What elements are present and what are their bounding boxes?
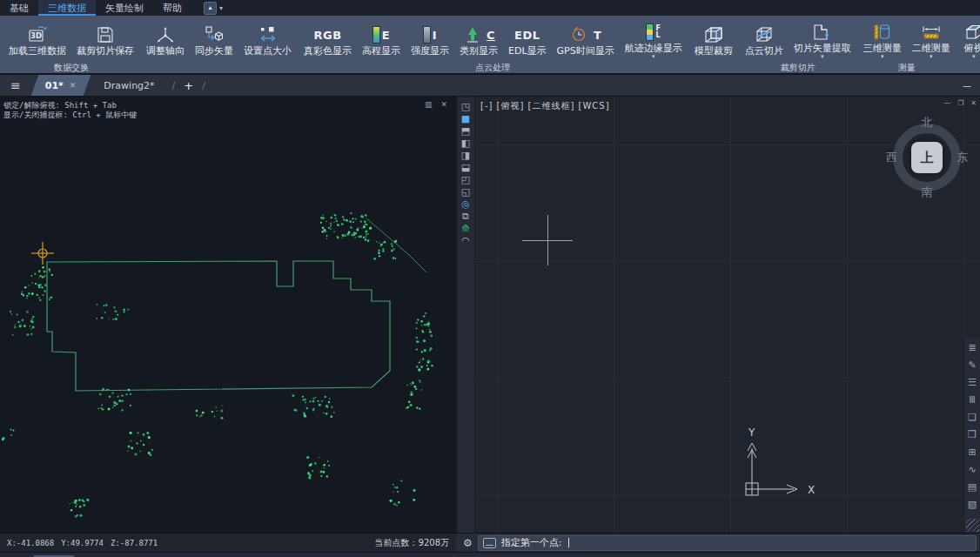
polyline-icon[interactable]: ∿ — [968, 465, 976, 474]
view-right-icon[interactable]: ◨ — [461, 151, 470, 160]
view-iso-cube-icon[interactable]: ◳ — [461, 102, 470, 111]
layers-bulb-icon[interactable]: ≣ — [968, 343, 976, 352]
save-slice-button[interactable]: 裁剪切片保存 — [71, 23, 139, 57]
bracket-box-icon[interactable]: ⊞ — [968, 447, 976, 457]
close-icon[interactable]: ✕ — [970, 99, 977, 107]
blocks-icon[interactable]: ❏ — [968, 413, 977, 422]
chevron-down-icon[interactable]: ▾ — [652, 54, 655, 59]
point-cloud-dot — [415, 388, 417, 390]
edl-display-button[interactable]: EDLEDL显示 — [503, 23, 552, 57]
resize-grip[interactable] — [966, 519, 979, 532]
point-cloud-dot — [83, 500, 84, 502]
chevron-down-icon[interactable]: ▾ — [821, 54, 824, 59]
compass-north[interactable]: 北 — [922, 115, 933, 131]
view-left-icon[interactable]: ◧ — [461, 138, 470, 148]
collapse-ribbon-icon[interactable]: — — [963, 81, 971, 91]
ribbon-group-buttons: 点云切片切片矢量提取▾ — [740, 17, 856, 62]
gps-time-button[interactable]: TGPS时间显示 — [552, 23, 620, 57]
menu-item[interactable]: 三维数据 — [38, 0, 96, 16]
point-cloud-dot — [416, 366, 418, 367]
point-cloud-dot — [333, 412, 335, 413]
line-list-icon[interactable]: ☰ — [968, 378, 977, 387]
intensity-display-button[interactable]: I强度显示 — [406, 23, 454, 57]
drawing-viewport[interactable]: [-] [俯视] [二维线框] [WCS] —❐✕ 北 南 西 东 上 — [475, 97, 980, 533]
compass-east[interactable]: 东 — [957, 150, 968, 165]
adjust-axis-button[interactable]: 调整轴向 — [141, 23, 190, 57]
new-tab-button[interactable]: + — [184, 79, 193, 92]
point-cloud-dot — [395, 239, 397, 241]
point-cloud-dot — [327, 460, 329, 462]
elevation-display-button[interactable]: E高程显示 — [357, 23, 406, 57]
command-input[interactable]: 指定第一个点: — [478, 535, 977, 551]
point-cloud-dot — [51, 274, 53, 276]
point-size-button[interactable]: 设置点大小 — [238, 23, 297, 57]
chevron-down-icon[interactable]: ▾ — [930, 54, 933, 59]
point-cloud-dot — [426, 323, 428, 325]
dome-view-icon[interactable]: ◠ — [461, 236, 470, 245]
measure-2d-button[interactable]: 二维测量▾ — [907, 20, 956, 59]
chevron-down-icon[interactable]: ▾ — [972, 54, 976, 59]
point-cloud-dot — [42, 276, 44, 278]
chevron-down-icon[interactable]: ▾ — [219, 4, 223, 12]
point-cloud-dot — [362, 217, 364, 218]
ribbon-panel-toggle[interactable]: ▴ ▾ — [204, 0, 223, 16]
edit-pencil-icon[interactable]: ✎ — [968, 360, 976, 370]
dwg-chip-icon[interactable]: ▤ — [968, 482, 977, 492]
load-3d-button[interactable]: 3D加载三维数据 — [3, 23, 71, 57]
menu-item[interactable]: 基础 — [0, 0, 38, 16]
measure-3d-button[interactable]: 三维测量▾ — [858, 20, 907, 59]
point-cloud-dot — [69, 503, 70, 504]
point-cloud-dot — [364, 224, 366, 225]
document-tab[interactable]: Drawing2* — [90, 75, 168, 96]
slice-vector-button[interactable]: 切片矢量提取▾ — [789, 20, 856, 59]
pin-panel-icon[interactable]: ▥ — [425, 100, 433, 109]
view-front-icon[interactable]: ■ — [461, 114, 470, 124]
model-clip-button[interactable]: 模型裁剪 — [689, 23, 738, 57]
view-sw-iso-icon[interactable]: ◰ — [461, 175, 470, 185]
compass-west[interactable]: 西 — [886, 150, 897, 165]
document-tab[interactable]: 01*✕ — [31, 75, 91, 96]
point-cloud-dot — [98, 408, 100, 410]
sync-vector-button[interactable]: 同步矢量 — [190, 23, 238, 57]
point-cloud-dot — [125, 393, 127, 395]
panel-collapse-icon[interactable]: ▴ — [204, 2, 217, 15]
ribbon-group: 调整轴向同步矢量设置点大小 — [141, 17, 297, 73]
close-pane-icon[interactable]: ✕ — [440, 100, 447, 109]
point-cloud-dot — [333, 221, 334, 222]
track-edge-button[interactable]: FL航迹边缘显示▾ — [620, 20, 688, 59]
class-display-button[interactable]: C类别显示 — [454, 23, 503, 57]
view-se-iso-icon[interactable]: ◱ — [461, 187, 470, 197]
compass-up-button[interactable]: 上 — [911, 142, 943, 173]
minimize-icon[interactable]: — — [943, 99, 950, 107]
restore-icon[interactable]: ❐ — [957, 99, 963, 107]
point-cloud-canvas[interactable] — [0, 97, 456, 533]
rgb-edit-icon[interactable]: ▧ — [968, 500, 977, 509]
cubes-icon[interactable]: ❒ — [968, 430, 977, 440]
ribbon-button-label: 真彩色显示 — [304, 46, 352, 57]
rgb-display-button[interactable]: RGB真彩色显示 — [299, 23, 357, 57]
view-top-icon[interactable]: ⬒ — [461, 126, 470, 136]
point-cloud-dot — [40, 275, 42, 277]
ribbon-button-label: 调整轴向 — [146, 46, 185, 57]
menu-item[interactable]: 帮助 — [153, 0, 191, 16]
command-prompt: 指定第一个点: — [501, 536, 562, 549]
view-compass[interactable]: 北 南 西 东 上 — [885, 116, 969, 199]
point-cloud-dot — [313, 408, 315, 410]
hamburger-menu-icon[interactable]: ≡ — [0, 78, 31, 92]
lock-view-eye-icon[interactable]: ◎ — [461, 199, 470, 209]
close-icon[interactable]: ✕ — [70, 81, 77, 90]
cloud-slice-button[interactable]: 点云切片 — [740, 23, 789, 57]
compass-south[interactable]: 南 — [922, 185, 933, 200]
point-cloud-dot — [337, 224, 339, 226]
sync-box-icon[interactable]: ⧉ — [462, 211, 469, 221]
viewport-header[interactable]: [-] [俯视] [二维线框] [WCS] — [480, 100, 610, 112]
slope-arrow-icon[interactable]: ⟰ — [461, 224, 469, 233]
top-view-button[interactable]: 俯视▾ — [957, 20, 980, 59]
gear-icon[interactable]: ⚙ — [463, 537, 473, 549]
point-cloud-viewport[interactable]: 锁定/解除俯视: Shift + Tab 显示/关闭捕捉框: Ctrl + 鼠标… — [0, 97, 456, 533]
column-beam-icon[interactable]: Ⅲ — [969, 395, 976, 405]
chevron-down-icon[interactable]: ▾ — [881, 54, 884, 59]
menu-item[interactable]: 矢量绘制 — [96, 0, 153, 16]
view-back-icon[interactable]: ⬓ — [461, 163, 470, 172]
point-cloud-dot — [354, 237, 356, 238]
